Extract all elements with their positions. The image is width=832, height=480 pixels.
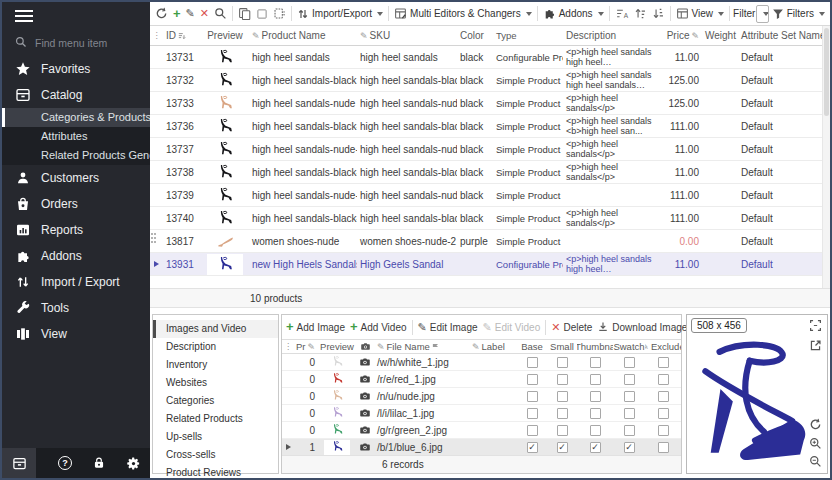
delete-image-button[interactable]: ✕Delete xyxy=(549,319,594,336)
base-checkbox[interactable] xyxy=(527,408,538,419)
column-header-preview[interactable]: Preview xyxy=(318,341,356,352)
product-row[interactable]: 13731 high heel sandals high heel sandal… xyxy=(150,46,822,69)
column-header-exclude[interactable]: ✎Exclude xyxy=(645,341,681,352)
add-video-button[interactable]: +Add Video xyxy=(348,320,409,335)
sidebar-item-addons[interactable]: Addons xyxy=(2,243,150,269)
grid-menu-icon[interactable]: ⋮ xyxy=(284,343,292,351)
small-checkbox[interactable] xyxy=(557,374,568,385)
refresh-button[interactable] xyxy=(153,5,170,22)
column-header-description[interactable]: Description xyxy=(563,30,656,41)
download-image-button[interactable]: Download Image xyxy=(595,319,689,335)
zoom-in-icon[interactable] xyxy=(809,437,822,452)
image-row[interactable]: 0 /r/e/red_1.jpg xyxy=(282,371,681,388)
sidebar-item-favorites[interactable]: Favorites xyxy=(2,56,150,82)
product-row[interactable]: 13738 high heel sandals-black-37 high he… xyxy=(150,161,822,184)
image-row[interactable]: 1 /b/1/blue_6.jpg xyxy=(282,439,681,456)
column-header-type[interactable]: Type xyxy=(493,30,563,41)
detail-tab[interactable]: Product Reviews xyxy=(153,464,278,480)
rotate-icon[interactable] xyxy=(809,418,822,433)
detail-tab[interactable]: Related Products xyxy=(153,410,278,428)
column-header-swatch[interactable]: Swatch xyxy=(613,341,645,352)
zoom-out-icon[interactable] xyxy=(809,455,822,470)
thumbnail-checkbox[interactable] xyxy=(590,425,601,436)
detail-tab[interactable]: Up-sells xyxy=(153,428,278,446)
exclude-checkbox[interactable] xyxy=(658,408,669,419)
product-row[interactable]: 13931 new High Heels Sandals High Geels … xyxy=(150,253,822,276)
image-row[interactable]: 0 /n/u/nude.jpg xyxy=(282,388,681,405)
product-row[interactable]: 13736 high heel sandals-black-36 high he… xyxy=(150,115,822,138)
sidebar-item-orders[interactable]: Orders xyxy=(2,191,150,217)
sidebar-item-customers[interactable]: Customers xyxy=(2,165,150,191)
swatch-checkbox[interactable] xyxy=(624,425,635,436)
sidebar-item-import-export[interactable]: Import / Export xyxy=(2,269,150,295)
product-row[interactable]: 13732 high heel sandals-black high heel … xyxy=(150,69,822,92)
thumbnail-checkbox[interactable] xyxy=(590,442,601,453)
column-header-file-name[interactable]: ✎File Name xyxy=(374,341,469,352)
column-header-product-name[interactable]: ✎Product Name xyxy=(249,30,357,41)
sidebar-item-related-products-generator[interactable]: Related Products Generator xyxy=(2,146,150,165)
product-row[interactable]: 13739 high heel sandals-nude-37 high hee… xyxy=(150,184,822,207)
column-header-small[interactable]: Small xyxy=(547,341,577,352)
small-checkbox[interactable] xyxy=(557,425,568,436)
column-header-preview[interactable]: Preview xyxy=(201,30,249,41)
open-external-icon[interactable] xyxy=(809,339,822,354)
add-button[interactable]: + xyxy=(171,7,183,21)
import-export-menu[interactable]: Import/Export xyxy=(295,6,385,22)
edit-image-button[interactable]: ✎Edit Image xyxy=(416,319,480,336)
sidebar-search[interactable]: Find menu item xyxy=(2,30,150,56)
exclude-checkbox[interactable] xyxy=(658,442,669,453)
thumbnail-checkbox[interactable] xyxy=(590,408,601,419)
addons-menu[interactable]: Addons xyxy=(541,5,606,22)
copy-button[interactable] xyxy=(236,5,253,22)
splitter-handle[interactable] xyxy=(151,233,158,247)
sort-az-button[interactable]: A xyxy=(613,5,631,22)
grid-menu-icon[interactable]: ⋮ xyxy=(153,32,161,40)
search-button[interactable] xyxy=(212,5,229,22)
edit-video-button[interactable]: ✎Edit Video xyxy=(481,319,543,336)
detail-tab[interactable]: Images and Video xyxy=(153,320,278,338)
products-scrollbar[interactable] xyxy=(822,26,830,288)
lock-icon[interactable] xyxy=(82,448,116,478)
sidebar-item-catalog[interactable]: Catalog xyxy=(2,82,150,108)
scrollbar-thumb[interactable] xyxy=(824,28,829,116)
swatch-checkbox[interactable] xyxy=(624,391,635,402)
swatch-checkbox[interactable] xyxy=(624,374,635,385)
edit-button[interactable]: ✎ xyxy=(184,5,197,22)
thumbnail-checkbox[interactable] xyxy=(590,391,601,402)
detail-tab[interactable]: Websites xyxy=(153,374,278,392)
column-header-base[interactable]: Base xyxy=(517,341,547,352)
detail-tab[interactable]: Cross-sells xyxy=(153,446,278,464)
sidebar-item-view[interactable]: View xyxy=(2,321,150,347)
sidebar-item-tools[interactable]: Tools xyxy=(2,295,150,321)
sidebar-item-reports[interactable]: Reports xyxy=(2,217,150,243)
image-row[interactable]: 0 /w/h/white_1.jpg xyxy=(282,354,681,371)
small-checkbox[interactable] xyxy=(557,391,568,402)
product-row[interactable]: 13737 high heel sandals-nude-36 high hee… xyxy=(150,138,822,161)
image-row[interactable]: 0 /g/r/green_2.jpg xyxy=(282,422,681,439)
column-header-sku[interactable]: ✎SKU xyxy=(357,30,457,41)
swatch-checkbox[interactable] xyxy=(624,408,635,419)
sort-asc-button[interactable] xyxy=(632,5,649,22)
column-header-weight[interactable]: Weight xyxy=(702,30,738,41)
thumbnail-checkbox[interactable] xyxy=(590,374,601,385)
small-checkbox[interactable] xyxy=(557,442,568,453)
sort-desc-button[interactable] xyxy=(650,5,667,22)
column-header-position[interactable]: Pr✎ xyxy=(294,341,318,352)
small-checkbox[interactable] xyxy=(557,357,568,368)
swatch-checkbox[interactable] xyxy=(624,357,635,368)
product-row[interactable]: 13740 high heel sandals-black-38 high he… xyxy=(150,207,822,230)
delete-button[interactable]: ✕ xyxy=(198,5,211,22)
base-checkbox[interactable] xyxy=(527,391,538,402)
exclude-checkbox[interactable] xyxy=(658,425,669,436)
base-checkbox[interactable] xyxy=(527,425,538,436)
base-checkbox[interactable] xyxy=(527,442,538,453)
add-image-button[interactable]: +Add Image xyxy=(284,320,347,335)
exclude-checkbox[interactable] xyxy=(658,391,669,402)
base-checkbox[interactable] xyxy=(527,374,538,385)
column-header-id[interactable]: ID xyxy=(163,30,201,41)
help-icon[interactable]: ? xyxy=(48,448,82,478)
category-filter-select[interactable]: Show products from selected categories xyxy=(756,5,768,23)
sidebar-item-attributes[interactable]: Attributes xyxy=(2,127,150,146)
products-icon[interactable] xyxy=(2,448,36,478)
swatch-checkbox[interactable] xyxy=(624,442,635,453)
